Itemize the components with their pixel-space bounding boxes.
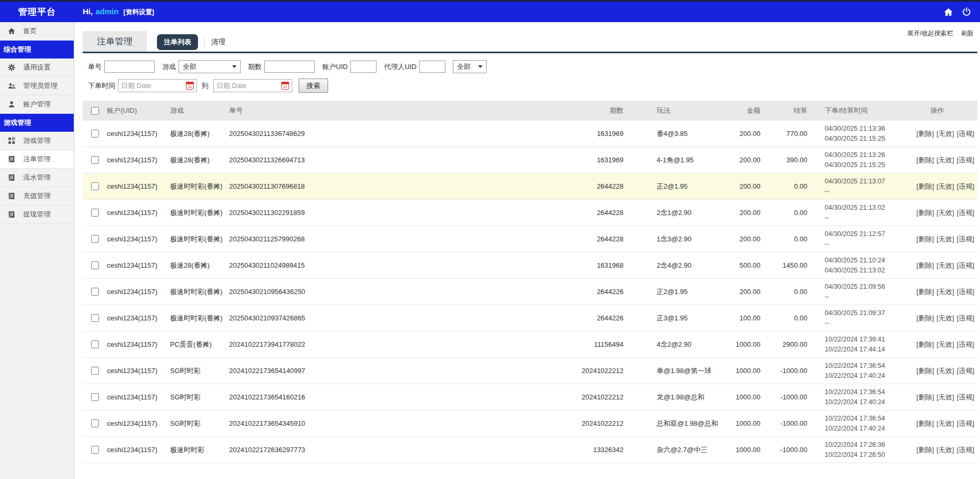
delete-link[interactable]: [删除]	[916, 314, 934, 323]
row-checkbox[interactable]	[91, 419, 99, 427]
home-icon[interactable]	[943, 7, 954, 17]
sidebar-item[interactable]: 账户管理	[0, 95, 74, 114]
row-checkbox[interactable]	[91, 261, 99, 269]
user-icon	[7, 100, 16, 109]
doc-icon	[7, 210, 16, 219]
invalid-link[interactable]: [无效]	[937, 393, 954, 402]
header-actions: 操作	[897, 101, 977, 121]
order-no-input[interactable]	[104, 61, 155, 73]
row-checkbox[interactable]	[91, 393, 99, 401]
sidebar-item[interactable]: 流水管理	[0, 169, 74, 187]
sidebar-item[interactable]: 游戏管理	[0, 132, 74, 150]
invalid-link[interactable]: [无效]	[937, 129, 954, 139]
invalid-link[interactable]: [无效]	[937, 155, 954, 165]
sidebar-item[interactable]: 注单管理	[0, 150, 74, 169]
end-date-input[interactable]: 日期 Date 31	[213, 79, 292, 92]
search-button[interactable]: 搜索	[299, 79, 328, 93]
invalid-link[interactable]: [无效]	[937, 419, 954, 428]
header-account: 账户(UID)	[107, 101, 170, 121]
delete-link[interactable]: [删除]	[916, 393, 934, 402]
row-checkbox[interactable]	[91, 288, 99, 296]
delete-link[interactable]: [删除]	[916, 208, 934, 218]
invalid-link[interactable]: [无效]	[937, 261, 954, 270]
violation-link[interactable]: [违规]	[957, 261, 974, 270]
cell-amount: 1000.00	[731, 331, 760, 357]
sidebar-item-label: 充值管理	[23, 191, 51, 201]
delete-link[interactable]: [删除]	[916, 445, 934, 455]
invalid-link[interactable]: [无效]	[937, 314, 954, 323]
row-checkbox[interactable]	[91, 446, 99, 454]
delete-link[interactable]: [删除]	[916, 155, 934, 165]
tab-order-list[interactable]: 注单列表	[157, 34, 198, 50]
settled-time: --	[825, 292, 829, 301]
violation-link[interactable]: [违规]	[957, 155, 974, 165]
row-checkbox[interactable]	[91, 340, 99, 348]
sidebar-item[interactable]: 提现管理	[0, 206, 74, 224]
period-input[interactable]	[264, 61, 315, 73]
row-checkbox[interactable]	[91, 130, 99, 138]
violation-link[interactable]: [违规]	[957, 234, 974, 244]
violation-link[interactable]: [违规]	[957, 393, 974, 402]
violation-link[interactable]: [违规]	[957, 366, 974, 376]
placed-time: 04/30/2025 21:13:02	[825, 203, 885, 212]
delete-link[interactable]: [删除]	[916, 182, 934, 191]
profile-settings-link[interactable]: [资料设置]	[123, 8, 154, 17]
row-checkbox[interactable]	[91, 235, 99, 243]
cell-order-no: 20250430211024989415	[229, 252, 560, 278]
cell-times: 10/22/2024 17:26:36 10/22/2024 17:26:50	[807, 437, 897, 463]
game-select[interactable]: 全部	[179, 60, 241, 73]
row-checkbox[interactable]	[91, 209, 99, 217]
delete-link[interactable]: [删除]	[916, 340, 934, 349]
order-no-label: 单号	[88, 62, 102, 72]
delete-link[interactable]: [删除]	[916, 261, 934, 270]
violation-link[interactable]: [违规]	[957, 208, 974, 218]
violation-link[interactable]: [违规]	[957, 287, 974, 297]
cell-play: 2念1@2.90	[623, 200, 731, 226]
violation-link[interactable]: [违规]	[957, 314, 974, 323]
settled-time: 10/22/2024 17:26:50	[825, 450, 885, 460]
invalid-link[interactable]: [无效]	[937, 366, 954, 376]
delete-link[interactable]: [删除]	[916, 129, 934, 139]
violation-link[interactable]: [违规]	[957, 419, 974, 428]
violation-link[interactable]: [违规]	[957, 445, 974, 455]
account-uid-input[interactable]	[350, 61, 377, 73]
delete-link[interactable]: [删除]	[916, 287, 934, 297]
refresh-link[interactable]: 刷新	[961, 29, 974, 38]
placed-time: 10/22/2024 17:26:36	[825, 440, 885, 449]
invalid-link[interactable]: [无效]	[937, 182, 954, 191]
row-checkbox[interactable]	[91, 156, 99, 164]
status-select[interactable]: 全部	[453, 60, 487, 73]
agent-uid-input[interactable]	[419, 61, 446, 73]
row-checkbox[interactable]	[91, 367, 99, 375]
cell-play: 龙@1.98@总和	[623, 384, 731, 410]
invalid-link[interactable]: [无效]	[937, 287, 954, 297]
start-date-input[interactable]: 日期 Date 31	[118, 79, 197, 92]
cell-actions: [删除] [无效] [违规]	[897, 384, 977, 410]
invalid-link[interactable]: [无效]	[937, 445, 954, 455]
sidebar-item[interactable]: 首页	[0, 22, 74, 41]
cell-play: 正2@1.95	[623, 173, 731, 199]
violation-link[interactable]: [违规]	[957, 129, 974, 139]
invalid-link[interactable]: [无效]	[937, 234, 954, 244]
sidebar-item[interactable]: 通用设置	[0, 58, 74, 77]
sidebar-item[interactable]: 充值管理	[0, 187, 74, 206]
invalid-link[interactable]: [无效]	[937, 340, 954, 349]
cell-actions: [删除] [无效] [违规]	[897, 331, 977, 357]
invalid-link[interactable]: [无效]	[937, 208, 954, 218]
cell-order-no: 20241022173654160216	[229, 384, 560, 410]
tab-cleanup[interactable]: 清理	[211, 37, 225, 47]
row-checkbox[interactable]	[91, 314, 99, 322]
delete-link[interactable]: [删除]	[916, 366, 934, 376]
delete-link[interactable]: [删除]	[916, 419, 934, 428]
settled-time: --	[825, 239, 829, 249]
row-checkbox[interactable]	[91, 182, 99, 190]
violation-link[interactable]: [违规]	[957, 340, 974, 349]
calendar-icon[interactable]: 31	[281, 82, 289, 90]
toggle-search-bar-link[interactable]: 展开/收起搜索栏	[907, 29, 953, 38]
select-all-checkbox[interactable]	[91, 107, 99, 115]
delete-link[interactable]: [删除]	[916, 234, 934, 244]
violation-link[interactable]: [违规]	[957, 182, 974, 191]
power-icon[interactable]	[962, 7, 972, 17]
calendar-icon[interactable]: 31	[186, 82, 194, 90]
sidebar-item[interactable]: 管理员管理	[0, 77, 74, 95]
